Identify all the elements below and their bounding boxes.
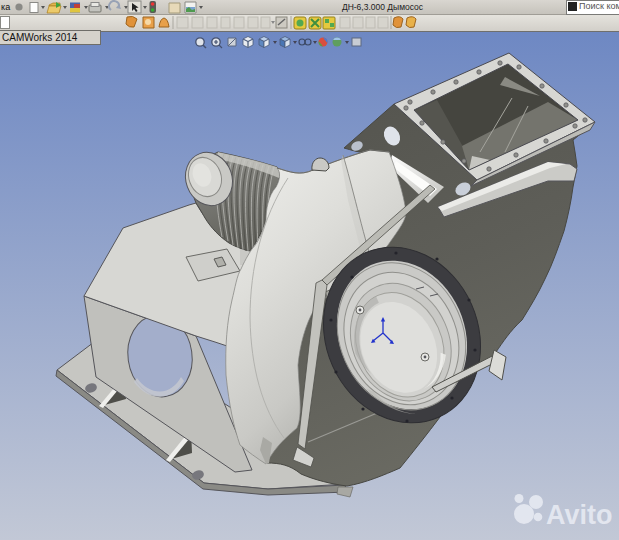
svg-text:Avito: Avito (546, 500, 613, 530)
